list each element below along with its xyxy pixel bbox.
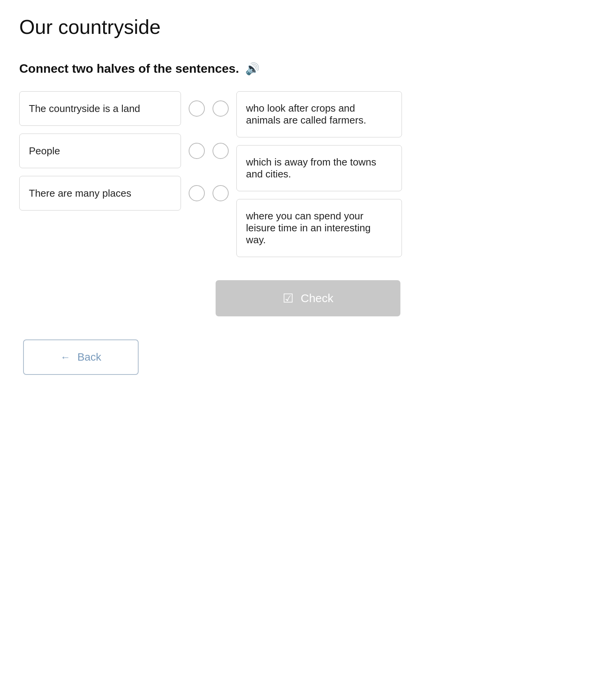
instruction-row: Connect two halves of the sentences. 🔊 bbox=[19, 62, 597, 76]
sentence-box-2: People bbox=[19, 134, 181, 168]
answer-box-3: where you can spend your leisure time in… bbox=[236, 199, 402, 257]
check-button-row: ☑ Check bbox=[19, 280, 597, 339]
radio-spacer-right-1 bbox=[213, 91, 229, 126]
radio-left-3[interactable] bbox=[189, 185, 205, 201]
back-button-row: ← Back bbox=[19, 339, 597, 375]
radio-right-3[interactable] bbox=[213, 185, 229, 201]
check-icon: ☑ bbox=[283, 291, 294, 306]
audio-icon[interactable]: 🔊 bbox=[245, 62, 259, 75]
radio-spacer-right-3 bbox=[213, 176, 229, 211]
radio-spacer-left-1 bbox=[189, 91, 205, 126]
back-button[interactable]: ← Back bbox=[23, 339, 139, 375]
left-column: The countryside is a land People There a… bbox=[19, 91, 181, 211]
check-button[interactable]: ☑ Check bbox=[216, 280, 400, 316]
sentence-box-3: There are many places bbox=[19, 176, 181, 211]
radio-left-2[interactable] bbox=[189, 143, 205, 159]
check-button-label: Check bbox=[301, 292, 333, 305]
back-arrow-icon: ← bbox=[60, 351, 70, 363]
answer-box-1: who look after crops and animals are cal… bbox=[236, 91, 402, 137]
radio-right-1[interactable] bbox=[213, 100, 229, 117]
radio-left-1[interactable] bbox=[189, 100, 205, 117]
back-button-label: Back bbox=[77, 351, 101, 363]
radio-spacer-right-2 bbox=[213, 134, 229, 168]
answer-box-2: which is away from the towns and cities. bbox=[236, 145, 402, 191]
radio-spacer-left-2 bbox=[189, 134, 205, 168]
radio-right-2[interactable] bbox=[213, 143, 229, 159]
page-title: Our countryside bbox=[19, 15, 597, 38]
sentence-box-1: The countryside is a land bbox=[19, 91, 181, 126]
right-column: who look after crops and animals are cal… bbox=[236, 91, 402, 257]
instruction-text: Connect two halves of the sentences. bbox=[19, 62, 239, 76]
right-radio-column bbox=[213, 91, 229, 211]
exercise-area: The countryside is a land People There a… bbox=[19, 91, 597, 257]
left-radio-column bbox=[189, 91, 205, 211]
radio-spacer-left-3 bbox=[189, 176, 205, 211]
